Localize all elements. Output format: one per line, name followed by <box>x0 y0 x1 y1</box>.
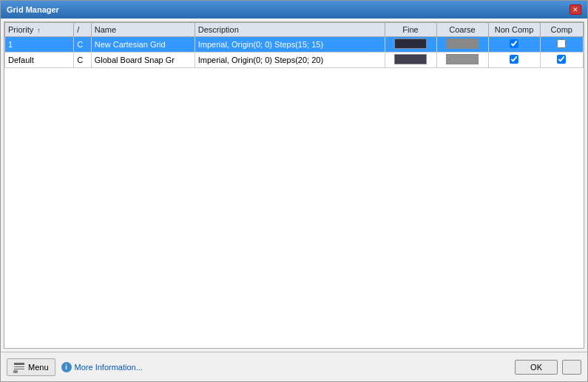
ok-button[interactable]: OK <box>515 360 558 375</box>
close-button[interactable]: ✕ <box>570 4 581 15</box>
sort-arrow: ↑ <box>37 27 41 34</box>
fine-swatch <box>394 38 427 49</box>
more-info-link[interactable]: i More Information... <box>61 362 143 372</box>
svg-rect-0 <box>14 363 24 365</box>
col-coarse[interactable]: Coarse <box>436 23 488 37</box>
cell-coarse <box>436 53 488 68</box>
col-fine[interactable]: Fine <box>385 23 436 37</box>
cell-comp <box>540 37 583 53</box>
cell-noncomp <box>488 37 540 53</box>
svg-rect-1 <box>14 366 24 367</box>
footer-left: Menu i More Information... <box>7 358 143 376</box>
footer-right: OK <box>515 360 581 375</box>
table-body: 1 C New Cartesian Grid Imperial, Origin(… <box>5 37 584 68</box>
comp-checkbox[interactable] <box>557 55 566 64</box>
cell-comp <box>540 53 583 68</box>
cell-type: C <box>74 37 91 53</box>
svg-rect-3 <box>13 370 18 373</box>
col-noncomp[interactable]: Non Comp <box>488 23 540 37</box>
grid-table: Priority ↑ / Name Description <box>4 22 584 68</box>
cell-type: C <box>74 53 91 68</box>
table-row[interactable]: 1 C New Cartesian Grid Imperial, Origin(… <box>5 37 584 53</box>
cell-fine <box>385 37 436 53</box>
table-header-row: Priority ↑ / Name Description <box>5 23 584 37</box>
footer-bar: Menu i More Information... OK <box>1 352 587 381</box>
cell-fine <box>385 53 436 68</box>
menu-label: Menu <box>28 363 49 372</box>
grid-manager-window: Grid Manager ✕ Priority ↑ / <box>0 0 588 382</box>
col-comp[interactable]: Comp <box>540 23 583 37</box>
cell-priority: 1 <box>5 37 74 53</box>
col-priority[interactable]: Priority ↑ <box>5 23 74 37</box>
col-name[interactable]: Name <box>91 23 195 37</box>
grid-table-container: Priority ↑ / Name Description <box>4 21 584 349</box>
content-area: Priority ↑ / Name Description <box>1 19 587 352</box>
cell-priority: Default <box>5 53 74 68</box>
coarse-swatch <box>446 54 479 64</box>
svg-rect-2 <box>14 369 24 369</box>
cell-name: Global Board Snap Gr <box>91 53 195 68</box>
col-description[interactable]: Description <box>195 23 385 37</box>
title-bar: Grid Manager ✕ <box>1 1 587 19</box>
noncomp-checkbox[interactable] <box>510 39 518 48</box>
comp-checkbox[interactable] <box>557 39 566 48</box>
menu-icon <box>13 361 25 373</box>
cell-description: Imperial, Origin(0; 0) Steps(15; 15) <box>195 37 385 53</box>
cell-description: Imperial, Origin(0; 0) Steps(20; 20) <box>195 53 385 68</box>
table-row[interactable]: Default C Global Board Snap Gr Imperial,… <box>5 53 584 68</box>
more-info-label: More Information... <box>75 363 143 372</box>
cell-coarse <box>436 37 488 53</box>
noncomp-checkbox[interactable] <box>510 55 518 64</box>
window-title: Grid Manager <box>7 5 59 14</box>
coarse-swatch <box>446 38 479 49</box>
col-type[interactable]: / <box>74 23 91 37</box>
title-bar-controls: ✕ <box>570 4 581 15</box>
cell-noncomp <box>488 53 540 68</box>
cell-name: New Cartesian Grid <box>91 37 195 53</box>
menu-button[interactable]: Menu <box>7 358 55 376</box>
fine-swatch <box>394 54 427 64</box>
cancel-button[interactable] <box>562 360 581 375</box>
info-icon: i <box>61 362 72 372</box>
